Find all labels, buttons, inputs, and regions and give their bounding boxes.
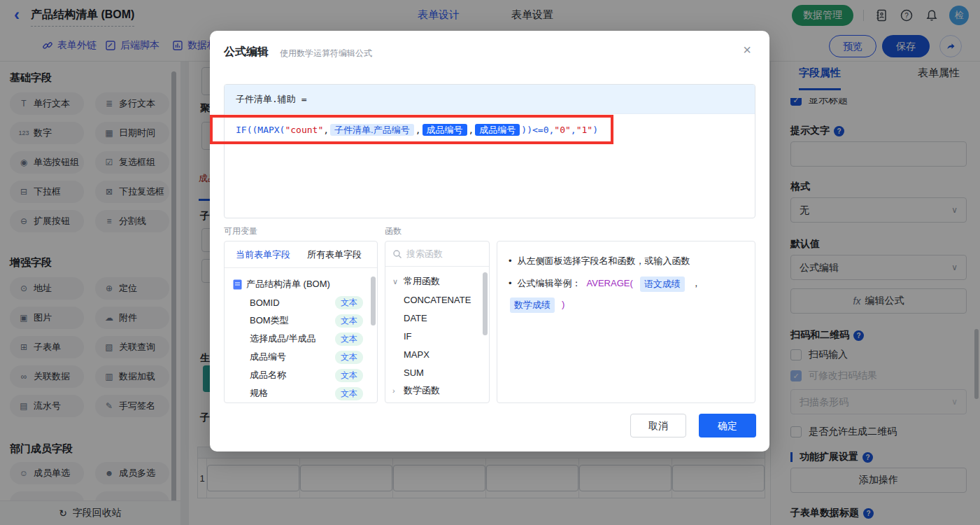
- variable-row[interactable]: BOMID文本: [233, 293, 377, 312]
- formula-expression[interactable]: IF((MAPX("count",子件清单.产品编号,成品编号,成品编号))<=…: [225, 114, 755, 146]
- formula-token: "1": [576, 125, 592, 135]
- variables-scrollbar[interactable]: [371, 276, 376, 326]
- example-field-chip: 语文成绩: [640, 276, 685, 292]
- functions-label: 函数: [385, 225, 402, 237]
- help-line-1: • 从左侧面板选择字段名和函数，或输入函数: [509, 254, 744, 268]
- functions-panel: ∨常用函数 CONCATENATE DATE IF MAPX SUM ›数学函数…: [385, 241, 490, 403]
- help-panel: • 从左侧面板选择字段名和函数，或输入函数 • 公式编辑举例： AVERAGE(…: [497, 241, 755, 403]
- group-label: 文本函数: [404, 402, 440, 403]
- formula-editor-modal: 公式编辑 使用数学运算符编辑公式 × 子件清单.辅助 = IF((MAPX("c…: [210, 31, 769, 451]
- field-chip[interactable]: 子件清单.产品编号: [330, 124, 414, 136]
- variable-name: 成品编号: [250, 351, 335, 363]
- functions-scrollbar[interactable]: [483, 272, 488, 335]
- function-name: SUM: [404, 368, 424, 378]
- formula-token: "count": [285, 125, 323, 135]
- app-screen: ‹ 产品结构清单 (BOM) 表单设计 表单设置 数据管理 ? 检 表单外链 后: [0, 0, 980, 525]
- formula-token: IF((MAPX(: [236, 125, 285, 135]
- formula-target: 子件清单.辅助 =: [225, 85, 755, 114]
- variable-name: BOM类型: [250, 314, 335, 327]
- variables-tabs: 当前表单字段 所有表单字段: [225, 241, 377, 268]
- tab-all-form-fields[interactable]: 所有表单字段: [307, 248, 362, 261]
- tab-current-form-fields[interactable]: 当前表单字段: [236, 248, 290, 261]
- help-text: 从左侧面板选择字段名和函数，或输入函数: [518, 254, 690, 268]
- formula-token: ): [592, 125, 598, 135]
- variable-name: 选择成品/半成品: [250, 332, 335, 345]
- bullet-icon: •: [509, 254, 512, 268]
- type-badge: 文本: [335, 369, 363, 382]
- field-chip-selected[interactable]: 成品编号: [422, 124, 467, 136]
- function-group-math[interactable]: ›数学函数: [392, 382, 489, 400]
- variable-name: 规格: [250, 387, 335, 400]
- help-line-2: • 公式编辑举例： AVERAGE( 语文成绩 ， 数学成绩 ): [509, 276, 744, 313]
- caret-down-icon: ∨: [392, 277, 399, 286]
- function-item[interactable]: MAPX: [392, 345, 489, 363]
- field-chip-selected[interactable]: 成品编号: [475, 124, 520, 136]
- function-item[interactable]: SUM: [392, 363, 489, 382]
- function-name: CONCATENATE: [404, 295, 471, 305]
- variables-label: 可用变量: [224, 225, 257, 237]
- function-list: ∨常用函数 CONCATENATE DATE IF MAPX SUM ›数学函数…: [385, 267, 489, 403]
- confirm-button[interactable]: 确定: [699, 414, 756, 438]
- group-label: 常用函数: [404, 275, 440, 288]
- variables-panel: 当前表单字段 所有表单字段 产品结构清单 (BOM) BOMID文本 BOM类型…: [224, 241, 378, 403]
- type-badge: 文本: [335, 387, 363, 400]
- formula-token: ,: [469, 125, 474, 135]
- variable-name: BOMID: [250, 298, 335, 308]
- function-name: DATE: [404, 313, 427, 323]
- group-label: 数学函数: [404, 384, 440, 397]
- formula-token: "0": [554, 125, 570, 135]
- variable-name: 成品名称: [250, 369, 335, 382]
- variable-row[interactable]: BOM类型文本: [233, 312, 377, 330]
- formula-editor: 子件清单.辅助 = IF((MAPX("count",子件清单.产品编号,成品编…: [224, 84, 755, 218]
- formula-token: ,: [323, 125, 329, 135]
- function-search-input[interactable]: [406, 248, 476, 259]
- example-function-open: AVERAGE(: [587, 276, 633, 290]
- caret-right-icon: ›: [392, 386, 399, 395]
- function-item[interactable]: DATE: [392, 309, 489, 327]
- example-comma: ，: [692, 276, 701, 290]
- function-group-common[interactable]: ∨常用函数: [392, 272, 489, 290]
- function-search[interactable]: [385, 241, 489, 267]
- close-icon[interactable]: ×: [743, 42, 751, 58]
- example-function-close: ): [562, 298, 564, 312]
- variables-tree: 产品结构清单 (BOM) BOMID文本 BOM类型文本 选择成品/半成品文本 …: [225, 268, 377, 402]
- function-name: MAPX: [404, 349, 429, 360]
- bullet-icon: •: [509, 276, 512, 290]
- help-text: 公式编辑举例：: [518, 276, 581, 290]
- example-field-chip: 数学成绩: [510, 298, 555, 313]
- modal-subtitle: 使用数学运算符编辑公式: [280, 48, 372, 59]
- type-badge: 文本: [335, 332, 363, 346]
- type-badge: 文本: [335, 314, 363, 328]
- function-item[interactable]: IF: [392, 327, 489, 345]
- root-label: 产品结构清单 (BOM): [246, 278, 330, 290]
- function-item[interactable]: CONCATENATE: [392, 290, 489, 309]
- type-badge: 文本: [335, 351, 363, 364]
- form-root-node[interactable]: 产品结构清单 (BOM): [233, 275, 377, 293]
- type-badge: 文本: [335, 296, 363, 309]
- variable-row[interactable]: 规格文本: [233, 384, 377, 402]
- variable-row[interactable]: 选择成品/半成品文本: [233, 330, 377, 348]
- cancel-button[interactable]: 取消: [630, 414, 686, 438]
- function-group-text[interactable]: ›文本函数: [392, 400, 489, 403]
- formula-token: ,: [416, 125, 421, 135]
- modal-title: 公式编辑: [224, 45, 269, 59]
- variable-row[interactable]: 成品名称文本: [233, 366, 377, 384]
- formula-token: ,: [571, 125, 576, 135]
- variable-row[interactable]: 成品编号文本: [233, 348, 377, 366]
- formula-token: ))<=0,: [521, 125, 554, 135]
- function-name: IF: [404, 331, 412, 342]
- search-icon: [392, 249, 402, 259]
- document-icon: [233, 279, 242, 290]
